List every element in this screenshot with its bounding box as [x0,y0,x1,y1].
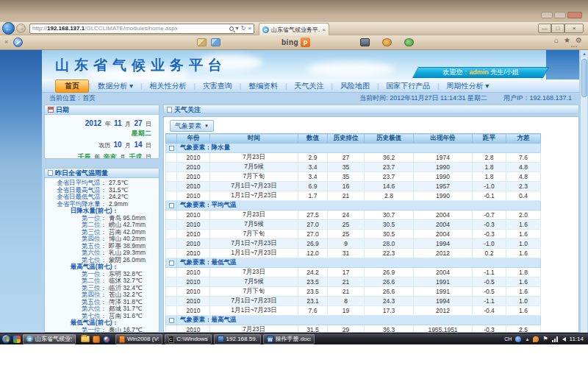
rank-value: 泰山 16.7℃ [109,326,142,333]
pinned-icons [78,336,113,343]
background-window-strip [0,0,588,22]
search-icon[interactable] [229,26,234,31]
player-icon[interactable] [103,336,110,343]
stat-value: 24.2℃ [109,193,128,200]
rank-value: 莒南 31.6℃ [109,312,142,319]
nav-item-0[interactable]: 首页 [55,79,89,93]
explorer-folder-icon[interactable] [81,336,90,342]
autocomplete-dropdown-icon[interactable]: ▾ [236,24,239,33]
more-options-icon[interactable]: ••• [571,44,578,49]
nav-item-4[interactable]: 整编资料 [241,80,285,92]
globe-icon[interactable] [404,38,414,46]
rdp-button-label: 192.168.59.99... [226,336,257,342]
cell: 2010 [177,268,210,277]
page-left-margin [0,50,42,333]
nav-item-2[interactable]: 相关性分析 [143,80,194,92]
paper-plane-icon[interactable] [211,38,220,46]
start-button[interactable] [1,334,11,344]
bird-icon[interactable] [382,38,392,46]
back-button[interactable]: ← [2,22,15,35]
cell: 25 [328,230,365,239]
network-icon[interactable] [552,336,559,342]
home-icon[interactable]: ⌂ [554,36,559,44]
cell: 1990 [414,172,473,182]
date-box: 日期 2012 年 11 月 27 日 星期二 农历 [44,105,159,159]
nav-item-6[interactable]: 风险地图 [333,80,377,92]
cards-icon[interactable] [197,38,207,46]
favorites-star-icon[interactable]: ★ [564,36,570,44]
table-row: 20101月1日~7月23日7.61917.32012-0.41.6 [166,306,541,316]
tab-close-icon[interactable]: × [322,26,326,33]
forward-button[interactable]: → [16,24,26,33]
cell: 14.6 [365,182,414,191]
volume-icon[interactable] [562,337,566,342]
cell: 1月1日~7月23日 [210,306,298,316]
bing-search-widget[interactable]: bing p [282,38,310,47]
settings-gear-icon[interactable]: ⚙ [576,36,582,44]
stop-icon[interactable]: × [248,24,251,33]
cell: 25 [328,220,365,230]
cell: 3.4 [298,163,328,172]
nav-item-3[interactable]: 灾害查询 [196,80,240,92]
browser-tab[interactable]: e 山东省气候业务平... × [259,23,329,35]
minimize-button[interactable]: — [538,24,551,33]
nav-item-5[interactable]: 天气关注 [287,80,331,92]
welcome-username: admin [469,68,489,76]
nav-item-1[interactable]: 数据分析 ▾ [90,80,140,92]
address-bar[interactable]: http://192.168.137.1/GLCCLIMATE/modules/… [29,24,254,34]
section-title: 气象要素：最低气温 [177,258,541,268]
url-path: /GLCCLIMATE/modules/home.aspx [85,24,178,33]
cell: 2010 [177,325,210,333]
refresh-icon[interactable]: ↻ [241,24,246,33]
table-row: 20107月23日24.21726.92004-1.11.8 [166,268,541,277]
action-center-flag-icon[interactable]: ⚑ [542,336,548,342]
section-checkbox[interactable] [169,203,174,208]
taskbar-ie-button[interactable]: e 山东省气候业务... [23,334,76,344]
messenger-icon[interactable] [515,336,521,342]
taskbar-word-button[interactable]: W 操作手册.docx ... [263,334,315,344]
rank-value: 乳山 29.3mm [109,249,146,256]
table-row: 20107月5候3.43523.719901.84.8 [166,163,541,172]
pinwheel-icon[interactable] [13,336,21,343]
section-checkbox[interactable] [169,146,174,151]
table-header-row: 年份时间数值历史排位历史极值出现年份距平方差 [166,134,541,144]
nav-item-7[interactable]: 国家下行产品 [379,80,437,92]
cell: 19 [328,306,365,316]
section-checkbox[interactable] [169,261,174,266]
hidden-icons-arrow[interactable]: ▲ [525,337,529,342]
date-box-body: 2012 年 11 月 27 日 星期二 农历 10 月 14 [45,115,159,159]
cell: 28.0 [365,239,414,249]
welcome-banner: 欢迎您：admin 先生/小姐 [415,67,546,78]
section-checkbox[interactable] [169,318,174,323]
scroll-up-icon[interactable]: ▲ [581,50,588,57]
camera-icon[interactable] [360,38,370,46]
cell: 2010 [177,172,210,182]
nav-item-8[interactable]: 周期性分析 ▾ [440,80,497,92]
scrollbar-thumb[interactable] [581,59,587,97]
unit-day: 日 [146,142,151,149]
row-checkbox-cell [166,230,177,239]
language-indicator[interactable]: CH [504,336,512,342]
close-button[interactable]: × [564,24,584,33]
element-filter-button[interactable]: 气象要素 ▼ [170,120,214,132]
focus-panel-header: 天气关注 [163,105,579,114]
taskbar-rdp-button[interactable]: 192.168.59.99... [214,334,261,344]
browser-scrollbar[interactable]: ▲ [580,50,587,333]
column-header-3: 历史排位 [328,134,365,144]
diagnose-connection-icon[interactable] [13,38,23,47]
site-title: 山东省气候业务平台 [55,56,227,75]
report-icon [48,170,53,176]
cell: 30.7 [365,210,414,220]
cell: 24.2 [298,268,328,277]
header-checkbox-cell [166,134,177,144]
cell: 24.3 [365,297,414,306]
taskbar-cmd-button[interactable]: C: C:\Windows\s... [165,334,212,344]
filter-dropdown-icon: ▼ [204,124,209,128]
table-row: 20107月1日~7月23日26.9928.01994-1.01.0 [166,239,541,249]
close-pane-icon[interactable]: × [4,38,8,46]
taskbar-vm-button[interactable]: Win2008 (VS2... [115,334,162,344]
breadcrumb: 当前位置：首页 [49,93,96,103]
maximize-button[interactable]: □ [551,24,564,33]
media-app-icon[interactable] [93,336,100,343]
notifier-bird-icon[interactable] [533,336,539,342]
